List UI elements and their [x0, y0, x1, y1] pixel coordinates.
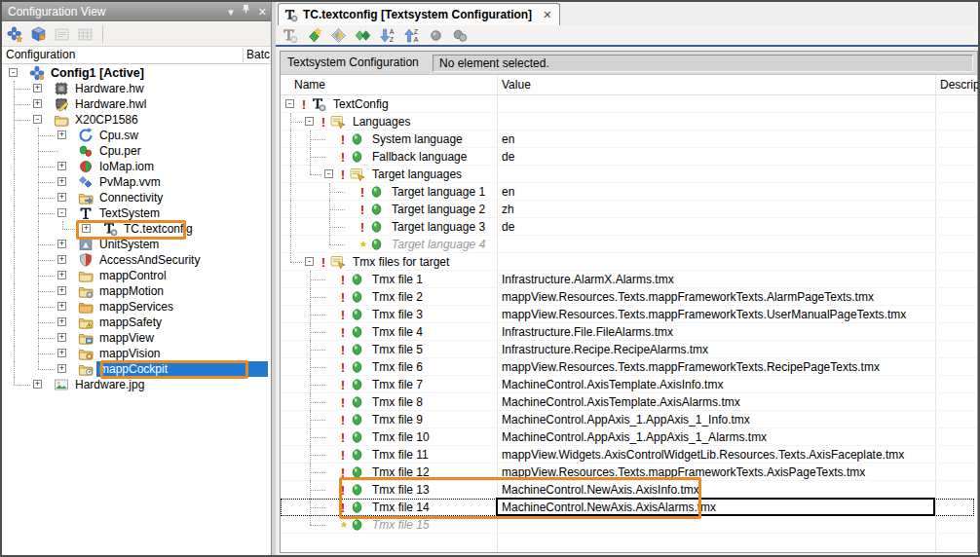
config-row-tmx-file-6[interactable]: !Tmx file 6mappView.Resources.Texts.mapp…	[281, 358, 977, 376]
expand-icon[interactable]: +	[57, 286, 66, 295]
tree-item-cpu-per[interactable]: Cpu.per	[2, 143, 271, 159]
tree-item-tc-textconfig[interactable]: +TC.textconfig	[2, 221, 271, 237]
sort-asc-icon[interactable]: AZ	[379, 27, 396, 44]
collapse-icon[interactable]: -	[9, 68, 18, 77]
config-row-target-language-2[interactable]: !Target language 2zh	[281, 201, 977, 218]
tree-item-hardware-hwl[interactable]: +Hardware.hwl	[2, 96, 271, 112]
sort-desc-icon[interactable]: ZA	[403, 27, 420, 44]
expand-icon[interactable]: +	[57, 193, 66, 202]
expand-icon[interactable]: +	[33, 380, 42, 389]
value-cell[interactable]: MachineControl.AppAxis_1.AppAxis_1_Info.…	[502, 411, 750, 428]
config-row-target-language-4[interactable]: *Target language 4	[281, 236, 977, 253]
expand-icon[interactable]: +	[57, 302, 66, 311]
config-row-tmx-file-12[interactable]: !Tmx file 12mappView.Resources.Texts.map…	[281, 464, 977, 481]
panel-title-bar[interactable]: Configuration View ▾✕	[2, 2, 271, 21]
tree-item-x20cp1586[interactable]: -X20CP1586	[2, 112, 271, 128]
collapse-icon[interactable]: -	[57, 208, 66, 217]
collapse-icon[interactable]: -	[33, 115, 42, 124]
tree-item-config1-active[interactable]: -Config1 [Active]	[2, 65, 271, 81]
new-element-icon[interactable]	[306, 27, 322, 44]
sphere-icon[interactable]	[428, 27, 444, 44]
config-row-fallback-language[interactable]: !Fallback languagede	[281, 148, 977, 166]
expand-icon[interactable]: +	[57, 333, 66, 342]
value-cell[interactable]: MachineControl.NewAxis.AxisInfo.tmx	[502, 481, 699, 499]
config-row-tmx-file-4[interactable]: !Tmx file 4Infrastructure.File.FileAlarm…	[281, 323, 977, 341]
expand-icon[interactable]: +	[57, 271, 66, 279]
value-cell[interactable]: mappView.Widgets.AxisControlWidgetLib.Re…	[502, 446, 904, 464]
value-cell[interactable]: Infrastructure.File.FileAlarms.tmx	[502, 323, 673, 341]
tree-item-hardware-jpg[interactable]: +Hardware.jpg	[2, 377, 271, 392]
value-cell[interactable]: en	[502, 130, 514, 148]
value-cell[interactable]: mappView.Resources.Texts.mappFrameworkTe…	[502, 358, 880, 376]
value-cell[interactable]: de	[502, 218, 514, 236]
config-row-tmx-file-15[interactable]: *Tmx file 15	[281, 516, 977, 534]
value-cell[interactable]: de	[502, 148, 514, 166]
expand-icon[interactable]: +	[57, 177, 66, 186]
expand-icon[interactable]: +	[57, 240, 66, 248]
config-row-tmx-file-2[interactable]: !Tmx file 2mappView.Resources.Texts.mapp…	[281, 288, 977, 306]
config-row-tmx-file-13[interactable]: !Tmx file 13MachineControl.NewAxis.AxisI…	[281, 481, 977, 499]
expand-icon[interactable]: +	[57, 255, 66, 264]
config-row-tmx-file-7[interactable]: !Tmx file 7MachineControl.AxisTemplate.A…	[281, 376, 977, 393]
expand-icon[interactable]: +	[57, 162, 66, 170]
chevron-down-icon[interactable]: ▾	[228, 2, 234, 21]
spheres-icon[interactable]	[452, 27, 469, 44]
config-row-system-language[interactable]: !System languageen	[281, 130, 977, 148]
value-cell[interactable]: MachineControl.AppAxis_1.AppAxis_1_Alarm…	[502, 428, 767, 446]
tree-item-unitsystem[interactable]: +UnitSystem	[2, 237, 271, 252]
config-row-tmx-file-5[interactable]: !Tmx file 5Infrastructure.Recipe.RecipeA…	[281, 341, 977, 358]
expand-icon[interactable]: +	[57, 364, 66, 373]
config-row-languages[interactable]: -!Languages	[281, 113, 977, 130]
value-cell[interactable]: Infrastructure.AlarmX.Alarms.tmx	[502, 271, 674, 288]
config-row-tmx-file-14[interactable]: !Tmx file 14MachineControl.NewAxis.AxisA…	[281, 499, 977, 516]
tree-item-mappview[interactable]: +mappView	[2, 330, 271, 346]
close-icon[interactable]: ✕	[543, 9, 551, 21]
expand-icon[interactable]: +	[82, 224, 91, 233]
batch-config-icon[interactable]	[7, 26, 23, 43]
expand-icon[interactable]: +	[57, 130, 66, 139]
pin-icon[interactable]	[241, 2, 251, 21]
collapse-icon[interactable]: -	[324, 169, 333, 178]
tree-item-mappvision[interactable]: +mappVision	[2, 346, 271, 361]
tree-item-iomap-iom[interactable]: +IoMap.iom	[2, 159, 271, 174]
collapse-icon[interactable]: -	[305, 117, 314, 126]
tree-item-mappsafety[interactable]: +mappSafety	[2, 315, 271, 330]
tree-item-textsystem[interactable]: -TextSystem	[2, 205, 271, 221]
tab-tc-textconfig[interactable]: TC.textconfig [Textsystem Configuration]…	[278, 3, 560, 25]
tree-item-mappmotion[interactable]: +mappMotion	[2, 283, 271, 299]
collapse-icon[interactable]: -	[285, 99, 294, 108]
tree-item-mappcontrol[interactable]: +mappControl	[2, 268, 271, 283]
collapse-icon[interactable]: -	[305, 257, 314, 266]
config-row-tmx-file-3[interactable]: !Tmx file 3mappView.Resources.Texts.mapp…	[281, 306, 977, 323]
expand-icon[interactable]: +	[33, 99, 42, 108]
value-cell[interactable]: zh	[502, 201, 514, 218]
grid-view-icon[interactable]	[77, 26, 94, 43]
textconfig-icon[interactable]	[282, 27, 298, 44]
tree-item-mappcockpit[interactable]: +mappCockpit	[2, 361, 271, 377]
expand-icon[interactable]: +	[57, 349, 66, 357]
value-cell[interactable]: Infrastructure.Recipe.RecipeAlarms.tmx	[502, 341, 708, 358]
tree-item-hardware-hw[interactable]: +Hardware.hw	[2, 81, 271, 96]
config-row-tmx-file-11[interactable]: !Tmx file 11mappView.Widgets.AxisControl…	[281, 446, 977, 464]
config-row-tmx-file-8[interactable]: !Tmx file 8MachineControl.AxisTemplate.A…	[281, 393, 977, 411]
tree-item-connectivity[interactable]: +Connectivity	[2, 190, 271, 205]
config-row-target-languages[interactable]: -!Target languages	[281, 166, 977, 183]
diamonds-icon[interactable]	[355, 27, 371, 44]
tree-item-pvmap-vvm[interactable]: +PvMap.vvm	[2, 174, 271, 190]
module-cube-icon[interactable]	[30, 26, 47, 43]
value-cell[interactable]: MachineControl.AxisTemplate.AxisAlarms.t…	[502, 393, 740, 411]
tree-item-mappservices[interactable]: +mappServices	[2, 299, 271, 315]
config-row-tmx-file-1[interactable]: !Tmx file 1Infrastructure.AlarmX.Alarms.…	[281, 271, 977, 288]
expand-icon[interactable]: +	[33, 84, 42, 93]
value-cell[interactable]: MachineControl.AxisTemplate.AxisInfo.tmx	[502, 376, 723, 393]
value-cell[interactable]: mappView.Resources.Texts.mappFrameworkTe…	[502, 288, 874, 306]
value-cell[interactable]: MachineControl.NewAxis.AxisAlarms.tmx	[502, 499, 716, 516]
config-row-tmx-files-for-target[interactable]: -!Tmx files for target	[281, 253, 977, 271]
config-row-textconfig[interactable]: -!TextConfig	[281, 95, 977, 113]
value-cell[interactable]: en	[502, 183, 514, 201]
properties-icon[interactable]	[54, 26, 70, 43]
config-row-target-language-3[interactable]: !Target language 3de	[281, 218, 977, 236]
expand-icon[interactable]: +	[57, 317, 66, 326]
compass-icon[interactable]	[330, 27, 347, 44]
config-row-target-language-1[interactable]: !Target language 1en	[281, 183, 977, 201]
